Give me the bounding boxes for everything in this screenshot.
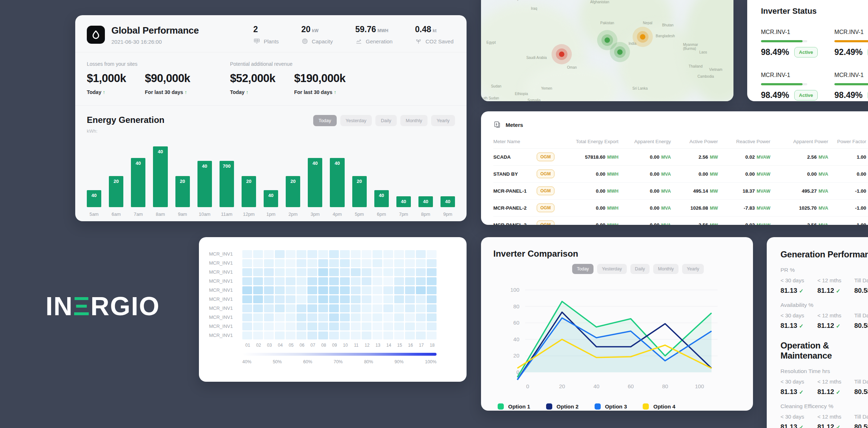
column-label: < 12 mths [817, 414, 854, 420]
loss-item: $190,000k For last 30 days ↑ [294, 72, 345, 95]
meter-value-cell: 0.00MVA [618, 188, 671, 194]
bar-11am: 700 [220, 161, 234, 207]
table-row-scada[interactable]: SCADAOGM57818.60MWH0.00MVA2.56MW0.02MVAW… [493, 148, 868, 165]
tab-daily[interactable]: Daily [630, 264, 650, 274]
inverter-value: 92.49% [834, 47, 863, 57]
heatmap-cell [307, 304, 317, 312]
heatmap-row-label: MCR_INV1 [209, 269, 242, 275]
bar-6am: 20 [109, 176, 123, 207]
tab-yesterday[interactable]: Yesterday [597, 264, 626, 274]
heatmap-row-5: MCR_INV1 [209, 286, 456, 295]
marker-dot [640, 34, 645, 39]
heatmap-cell [373, 268, 382, 276]
heatmap-cell [394, 250, 404, 258]
heatmap-cell [362, 295, 371, 303]
heatmap-cell [416, 286, 426, 294]
map-marker-3[interactable] [610, 42, 630, 62]
heatmap-x-tick: 17 [416, 343, 427, 348]
heatmap-row-label: MCR_INV1 [209, 287, 242, 293]
map-marker-1[interactable] [552, 44, 572, 64]
table-row-mcr-panel-3[interactable]: MCR-PANEL-3OGM0.00MWH0.00MVA2.56MW0.02MV… [493, 216, 868, 225]
tab-monthly[interactable]: Monthly [653, 264, 678, 274]
tab-today[interactable]: Today [313, 115, 337, 126]
heatmap-cell [427, 286, 437, 294]
tab-daily[interactable]: Daily [375, 115, 397, 126]
legend-label: Option 1 [508, 403, 530, 410]
heatmap-cell [362, 331, 371, 339]
heatmap-cell [362, 277, 371, 285]
heatmap-cell [340, 286, 350, 294]
inverter-status-card: Inverter Status MCR.INV-1 98.49% Active … [747, 0, 868, 101]
heatmap-cell [275, 250, 285, 258]
meter-value-cell: 0.00MWH [561, 222, 618, 225]
heatmap-cell [329, 286, 339, 294]
heatmap-scale-labels: 40%50%60%70%80%90%100% [242, 359, 437, 364]
heatmap-cell [329, 250, 339, 258]
plants-map-card[interactable]: EgyptSyriaIraqSaudi ArabiaOmanYemenSudan… [481, 0, 733, 101]
inergio-logo: INΞRGIO [46, 291, 160, 321]
scale-tick-label: 90% [395, 359, 404, 364]
bar-3pm: 40 [308, 158, 322, 207]
heatmap-cell [275, 304, 285, 312]
heatmap-x-tick: 16 [405, 343, 416, 348]
table-row-stand-by[interactable]: STAND BYOGM0.00MWH0.00MVA0.00MW0.00MVAW0… [493, 165, 868, 182]
bar-5am: 40 [87, 190, 101, 207]
heatmap-cell [253, 277, 263, 285]
map-marker-4[interactable] [633, 27, 653, 47]
heatmap-cell [394, 304, 404, 312]
loss-amount: $90,000k [145, 72, 190, 85]
heatmap-cell [351, 277, 361, 285]
heatmap-cell [264, 322, 274, 330]
heatmap-row-label: MCR_INV1 [209, 278, 242, 284]
heatmap-cell [329, 322, 339, 330]
bar-9pm: 40 [441, 196, 455, 207]
check-icon: ✓ [836, 389, 841, 395]
heatmap-cell [383, 322, 393, 330]
marker-dot [605, 37, 610, 43]
heatmap-cell [275, 259, 285, 267]
heatmap-cell [383, 313, 393, 321]
column-header-active-power: Active Power [671, 139, 718, 144]
section-label: Resolution Time hrs [780, 368, 868, 374]
heatmap-cell [340, 268, 350, 276]
heatmap-cell [275, 286, 285, 294]
country-label-egypt: Egypt [486, 40, 496, 44]
heatmap-x-tick: 10 [340, 343, 351, 348]
column-header-total-energy-export: Total Energy Export [561, 139, 618, 144]
tab-monthly[interactable]: Monthly [400, 115, 428, 126]
metric-value: 81.13✓ [780, 322, 817, 330]
logo-text: RGIO [90, 292, 160, 321]
bar-value-label: 40 [264, 193, 278, 198]
heatmap-cell [307, 268, 317, 276]
heatmap-cell [351, 304, 361, 312]
country-label-thailand: Thailand [689, 64, 702, 68]
heatmap-cell [253, 268, 263, 276]
heatmap-cell [405, 304, 415, 312]
bar-value-label: 40 [153, 149, 167, 154]
tab-yearly[interactable]: Yearly [431, 115, 455, 126]
meter-value-cell: 1025.70MVA [770, 205, 828, 211]
table-row-mcr-panel-2[interactable]: MCR-PANEL-2OGM0.00MWH0.00MVA1026.08MW-7.… [493, 199, 868, 216]
app-logo [87, 26, 105, 44]
table-row-mcr-panel-1[interactable]: MCR-PANEL-1OGM0.00MWH0.00MVA495.14MW18.3… [493, 182, 868, 199]
tab-yearly[interactable]: Yearly [682, 264, 704, 274]
heatmap-cell [362, 259, 371, 267]
stat-value: 59.76MWH [355, 25, 392, 34]
heatmap-cell [362, 322, 371, 330]
bar-value-label: 40 [197, 163, 212, 169]
check-icon: ✓ [799, 389, 804, 395]
section-values: 81.13✓81.12✓80.58✓ [780, 423, 868, 428]
heatmap-cell [286, 322, 295, 330]
country-label-afghanistan: Afghanistan [590, 0, 609, 4]
heatmap-color-scale [242, 353, 437, 356]
heatmap-cell [318, 313, 328, 321]
heatmap-cell [351, 250, 361, 258]
heatmap-cell [373, 313, 382, 321]
heatmap-cell [427, 268, 437, 276]
tab-today[interactable]: Today [572, 264, 593, 274]
heatmap-cell [383, 304, 393, 312]
tab-yesterday[interactable]: Yesterday [340, 115, 372, 126]
meter-value-cell: 495.14MW [671, 188, 718, 194]
check-icon: ✓ [836, 424, 841, 428]
loss-amount: $52,000k [230, 72, 275, 85]
